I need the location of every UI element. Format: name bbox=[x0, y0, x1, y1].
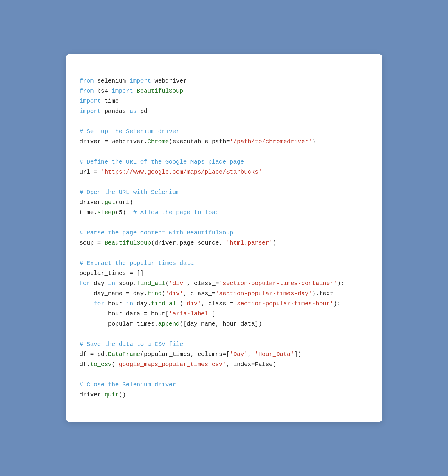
line-24: hour_data = hour['aria-label'] bbox=[80, 310, 216, 317]
line-16: # Parse the page content with BeautifulS… bbox=[80, 229, 233, 236]
line-9: # Define the URL of the Google Maps plac… bbox=[80, 158, 244, 165]
code-container: from selenium import webdriver from bs4 … bbox=[66, 54, 382, 422]
line-27: # Save the data to a CSV file bbox=[80, 341, 183, 348]
line-22: day_name = day.find('div', class_='secti… bbox=[80, 290, 334, 297]
line-12: # Open the URL with Selenium bbox=[80, 189, 180, 196]
line-2: from bs4 import BeautifulSoup bbox=[80, 88, 183, 94]
line-23: for hour in day.find_all('div', class_='… bbox=[80, 300, 341, 307]
line-17: soup = BeautifulSoup(driver.page_source,… bbox=[80, 239, 276, 246]
line-31: # Close the Selenium driver bbox=[80, 381, 176, 388]
line-21: for day in soup.find_all('div', class_='… bbox=[80, 280, 344, 287]
line-29: df.to_csv('google_maps_popular_times.csv… bbox=[80, 361, 276, 368]
line-10: url = 'https://www.google.com/maps/place… bbox=[80, 169, 262, 175]
line-19: # Extract the popular times data bbox=[80, 260, 194, 267]
line-28: df = pd.DataFrame(popular_times, columns… bbox=[80, 351, 301, 358]
line-32: driver.quit() bbox=[80, 391, 126, 398]
line-14: time.sleep(5) # Allow the page to load bbox=[80, 209, 219, 216]
line-1: from selenium import webdriver bbox=[80, 77, 187, 84]
code-block: from selenium import webdriver from bs4 … bbox=[80, 66, 369, 410]
line-4: import pandas as pd bbox=[80, 108, 148, 115]
line-6: # Set up the Selenium driver bbox=[80, 128, 180, 135]
line-13: driver.get(url) bbox=[80, 199, 133, 206]
line-20: popular_times = [] bbox=[80, 270, 144, 277]
line-3: import time bbox=[80, 98, 119, 105]
line-7: driver = webdriver.Chrome(executable_pat… bbox=[80, 138, 316, 145]
line-25: popular_times.append([day_name, hour_dat… bbox=[80, 321, 262, 327]
